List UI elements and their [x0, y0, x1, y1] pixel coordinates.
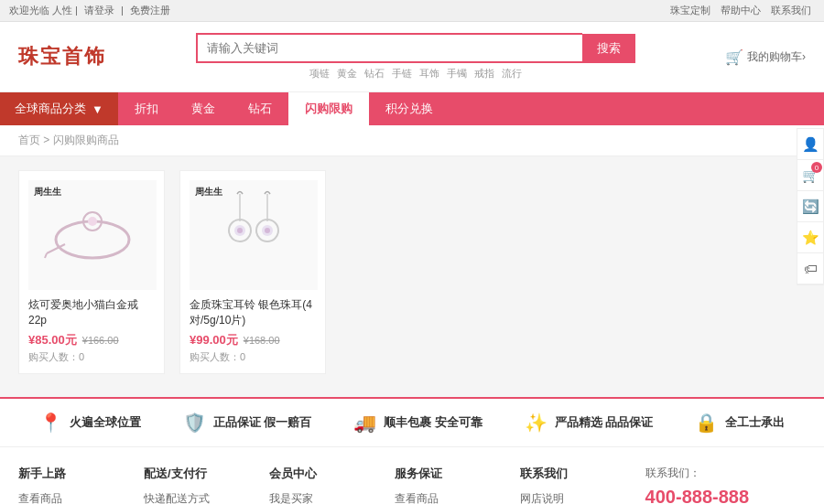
nav: 全球商品分类 ▼ 折扣 黄金 钻石 闪购限购 积分兑换 — [0, 92, 824, 125]
nav-category[interactable]: 全球商品分类 ▼ — [0, 92, 118, 125]
tag-bracelet[interactable]: 手链 — [392, 67, 412, 80]
tag-necklace[interactable]: 项链 — [309, 67, 330, 80]
breadcrumb-home[interactable]: 首页 — [18, 134, 40, 146]
footer-link-product[interactable]: 查看商品 — [395, 491, 502, 504]
feature-location-title: 火遍全球位置 — [70, 414, 141, 431]
contact-label: 联系我们： — [645, 466, 806, 481]
product-card-1[interactable]: 周生生 炫可爱奥地小猫白金戒22p ¥85.00元 ¥166.00 购买人数：0 — [18, 170, 165, 374]
tag-bangle[interactable]: 手镯 — [447, 67, 467, 80]
footer-col-newbie: 新手上路 查看商品 购买须知 联系我们 — [18, 466, 125, 504]
login-link[interactable]: 请登录 — [84, 5, 114, 16]
lock-icon: 🔒 — [695, 412, 718, 434]
cart-badge: 0 — [811, 162, 822, 173]
help-link[interactable]: 帮助中心 — [721, 5, 761, 16]
footer-col-member: 会员中心 我是买家 优惠活动 预购活动 — [269, 466, 376, 504]
tag-gold[interactable]: 黄金 — [337, 67, 357, 80]
footer-cols: 新手上路 查看商品 购买须知 联系我们 配送/支付行 快递配送方式 销售区域介绍… — [18, 466, 806, 504]
product-card-2[interactable]: 周生生 金质珠宝耳铃 银色珠耳(4 — [179, 170, 326, 374]
footer-col-newbie-title: 新手上路 — [18, 466, 125, 482]
product-original-price-2: ¥168.00 — [244, 335, 280, 346]
product-sold-1: 购买人数：0 — [28, 350, 155, 364]
shield-icon: 🛡️ — [183, 412, 206, 434]
tag-diamond[interactable]: 钻石 — [364, 67, 385, 80]
footer-link-shop[interactable]: 网店说明 — [520, 491, 627, 504]
history-icon: 🔄 — [802, 198, 819, 215]
category-arrow: ▼ — [92, 102, 103, 116]
footer-col-us: 联系我们 网店说明 商家活动 给我发邮件 — [520, 466, 627, 504]
cart-area[interactable]: 🛒 我的购物车 › — [725, 48, 806, 66]
register-link[interactable]: 免费注册 — [130, 5, 170, 16]
feature-delivery: 🚚 顺丰包裹 安全可靠 — [353, 412, 482, 434]
product-price-1: ¥85.00元 — [28, 332, 77, 349]
footer-link-browse[interactable]: 查看商品 — [18, 491, 125, 504]
contact-phone: 400-888-888 — [645, 487, 806, 504]
location-icon: 📍 — [39, 412, 62, 434]
footer-col-service: 服务保证 查看商品 在线开发资料 产品品质保证 — [395, 466, 502, 504]
breadcrumb-current: 闪购限购商品 — [53, 134, 119, 146]
nav-diamond[interactable]: 钻石 — [232, 92, 288, 125]
tag-ring[interactable]: 戒指 — [474, 67, 494, 80]
category-label: 全球商品分类 — [15, 101, 86, 117]
product-grid: 周生生 炫可爱奥地小猫白金戒22p ¥85.00元 ¥166.00 购买人数：0 — [18, 170, 806, 374]
sidebar-favorites[interactable]: ⭐ — [797, 222, 824, 253]
product-image-2: 周生生 — [190, 180, 318, 290]
star-icon: ⭐ — [802, 230, 819, 246]
nav-points[interactable]: 积分兑换 — [369, 92, 450, 125]
product-image-1: 周生生 — [28, 180, 157, 290]
product-name-1: 炫可爱奥地小猫白金戒22p — [28, 297, 155, 327]
search-input[interactable] — [196, 33, 582, 63]
feature-delivery-text: 顺丰包裹 安全可靠 — [384, 414, 482, 431]
sidebar-cart[interactable]: 🛒 0 — [797, 160, 824, 191]
coupon-icon: 🏷 — [804, 261, 818, 276]
footer-link-buyer[interactable]: 我是买家 — [269, 491, 376, 504]
main-content: 周生生 炫可爱奥地小猫白金戒22p ¥85.00元 ¥166.00 购买人数：0 — [0, 156, 824, 388]
feature-authentic-title: 正品保证 假一赔百 — [213, 414, 312, 431]
footer-col-service-title: 服务保证 — [395, 466, 502, 482]
tag-earring[interactable]: 耳饰 — [419, 67, 439, 80]
contact-link[interactable]: 联系我们 — [771, 5, 811, 16]
feature-guarantee-text: 全工士承出 — [725, 414, 785, 431]
breadcrumb: 首页 > 闪购限购商品 — [0, 125, 824, 156]
features-bar: 📍 火遍全球位置 🛡️ 正品保证 假一赔百 🚚 顺丰包裹 安全可靠 ✨ 严品精选… — [0, 397, 824, 446]
brand-logo-1: 周生生 — [34, 186, 61, 198]
svg-point-0 — [56, 221, 129, 258]
top-bar-right: 珠宝定制 帮助中心 联系我们 — [667, 4, 815, 17]
top-bar: 欢迎光临 人性 | 请登录 | 免费注册 珠宝定制 帮助中心 联系我们 — [0, 0, 824, 22]
footer: 新手上路 查看商品 购买须知 联系我们 配送/支付行 快递配送方式 销售区域介绍… — [0, 446, 824, 504]
feature-quality: ✨ 严品精选 品品保证 — [525, 412, 654, 434]
welcome-text: 欢迎光临 人性 | — [9, 5, 81, 16]
footer-col-us-title: 联系我们 — [520, 466, 627, 482]
product-original-price-1: ¥166.00 — [82, 335, 119, 346]
feature-location: 📍 火遍全球位置 — [39, 412, 141, 434]
nav-discount[interactable]: 折扣 — [118, 92, 175, 125]
custom-link[interactable]: 珠宝定制 — [670, 5, 710, 16]
earring-svg — [217, 185, 290, 285]
truck-icon: 🚚 — [353, 412, 376, 434]
sidebar-coupon[interactable]: 🏷 — [797, 253, 824, 284]
nav-flash-sale[interactable]: 闪购限购 — [288, 92, 369, 125]
sidebar-user[interactable]: 👤 — [797, 129, 824, 160]
svg-point-2 — [88, 217, 97, 226]
brand-logo-2: 周生生 — [195, 186, 222, 198]
footer-col-member-title: 会员中心 — [269, 466, 376, 482]
svg-line-4 — [45, 253, 47, 258]
search-tags: 项链 黄金 钻石 手链 耳饰 手镯 戒指 流行 — [309, 67, 522, 80]
product-sold-2: 购买人数：0 — [190, 350, 316, 364]
feature-guarantee: 🔒 全工士承出 — [695, 412, 785, 434]
product-price-2: ¥99.00元 — [190, 332, 238, 349]
feature-quality-title: 严品精选 品品保证 — [555, 414, 654, 431]
cart-label: 我的购物车 — [747, 49, 802, 65]
nav-gold[interactable]: 黄金 — [175, 92, 232, 125]
header: 珠宝首饰 搜索 项链 黄金 钻石 手链 耳饰 手镯 戒指 流行 🛒 我的购物车 … — [0, 22, 824, 92]
product-price-row-1: ¥85.00元 ¥166.00 — [28, 332, 155, 349]
footer-contact: 联系我们： 400-888-888 — [645, 466, 806, 504]
footer-col-delivery-title: 配送/支付行 — [144, 466, 251, 482]
search-button[interactable]: 搜索 — [582, 34, 635, 63]
tag-popular[interactable]: 流行 — [502, 67, 522, 80]
footer-col-delivery: 配送/支付行 快递配送方式 销售区域介绍 无公告/活动规则 — [144, 466, 251, 504]
search-area: 搜索 项链 黄金 钻石 手链 耳饰 手镯 戒指 流行 — [134, 33, 698, 80]
feature-location-text: 火遍全球位置 — [70, 414, 141, 431]
feature-authentic-text: 正品保证 假一赔百 — [213, 414, 312, 431]
footer-link-express[interactable]: 快递配送方式 — [144, 491, 251, 504]
sidebar-history[interactable]: 🔄 — [797, 191, 824, 222]
